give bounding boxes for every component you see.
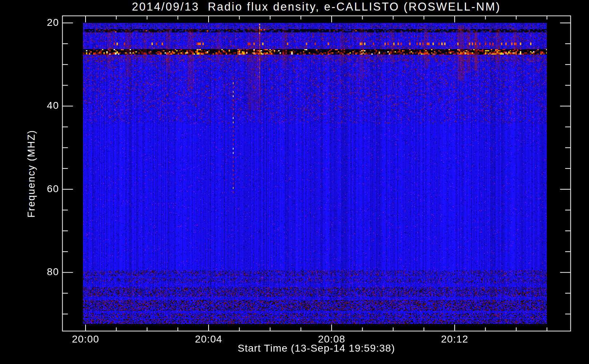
x-axis-title: Start Time (13-Sep-14 19:59:38) [62, 343, 570, 354]
y-tick-label-60: 60 [12, 183, 59, 195]
y-tick-label-80: 80 [12, 266, 59, 278]
y-tick-label-20: 20 [12, 17, 59, 28]
spectrogram-plot-window: 2014/09/13 Radio flux density, e-CALLIST… [0, 0, 589, 364]
y-tick-label-40: 40 [12, 100, 59, 112]
axes-frame-and-ticks [0, 0, 589, 364]
